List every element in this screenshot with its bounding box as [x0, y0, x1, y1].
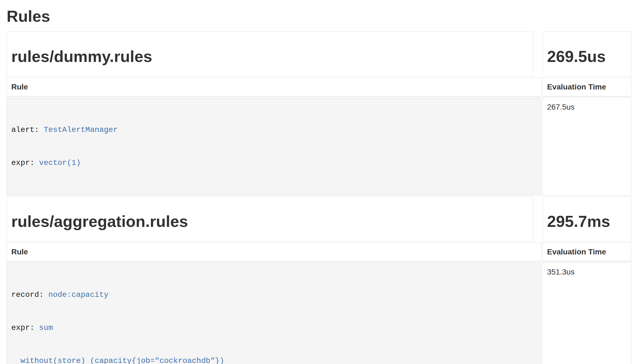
rule-eval-time: 351.3us — [542, 263, 631, 364]
rule-line: record: node:capacity — [11, 289, 537, 300]
rule-link[interactable]: node:capacity — [48, 290, 108, 299]
rule-line: alert: TestAlertManager — [11, 124, 537, 135]
rule-group-eval-time: 269.5us — [542, 31, 631, 77]
rule-link[interactable]: without(store) (capacity{job="cockroachd… — [11, 357, 224, 364]
rule-group-name: rules/aggregation.rules — [11, 213, 528, 230]
rule-eval-time: 267.5us — [542, 98, 631, 195]
rule-yaml-key: record: — [11, 290, 48, 299]
page-title: Rules — [7, 7, 631, 25]
rule-line: expr: sum — [11, 322, 537, 333]
rule-group-header: rules/dummy.rules — [7, 31, 533, 77]
rule-group-eval-time-value: 295.7ms — [547, 213, 627, 230]
rule-yaml-key: alert: — [11, 126, 44, 134]
column-header-evaluation-time: Evaluation Time — [542, 243, 631, 262]
column-header-rule: Rule — [7, 243, 541, 262]
column-header-evaluation-time: Evaluation Time — [542, 78, 631, 97]
rule-line: without(store) (capacity{job="cockroachd… — [11, 355, 537, 364]
rule-group-header: rules/aggregation.rules — [7, 196, 533, 241]
column-header-rule: Rule — [7, 78, 541, 97]
rule-link[interactable]: vector(1) — [39, 159, 81, 167]
rule-line: expr: vector(1) — [11, 157, 537, 169]
rule-link[interactable]: sum — [39, 324, 53, 332]
rule-definition-cell: alert: TestAlertManager expr: vector(1) — [7, 98, 541, 195]
group-header-spacer — [534, 196, 541, 241]
rule-group-name: rules/dummy.rules — [11, 48, 528, 65]
rules-table: rules/dummy.rules 269.5us Rule Evaluatio… — [7, 31, 631, 364]
rule-group-eval-time: 295.7ms — [542, 196, 631, 241]
rule-yaml-key: expr: — [11, 159, 39, 167]
rule-definition-cell: record: node:capacity expr: sum without(… — [7, 263, 541, 364]
rule-group-eval-time-value: 269.5us — [547, 48, 627, 65]
group-header-spacer — [534, 31, 541, 77]
rule-link[interactable]: TestAlertManager — [44, 126, 118, 134]
rule-yaml-key: expr: — [11, 324, 39, 332]
